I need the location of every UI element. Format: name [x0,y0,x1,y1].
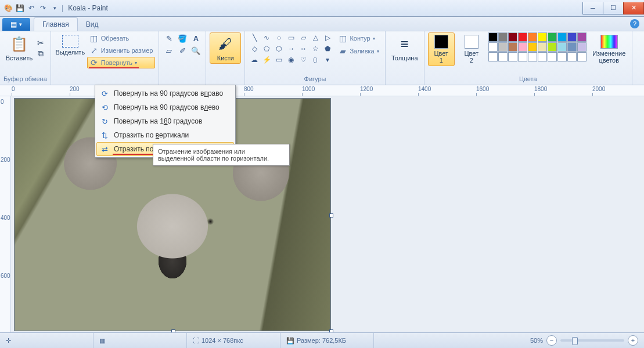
select-button[interactable]: Выделить [55,32,86,58]
item-label: Отразить по вертикали [114,131,189,139]
custom-color-slot[interactable] [518,52,527,61]
picker-tool[interactable]: ✐ [176,45,189,56]
item-label: Повернуть на 180 градусов [114,117,202,125]
custom-color-slot[interactable] [557,52,567,61]
status-filesize: 💾Размер: 762,5КБ [280,333,374,348]
pencil-tool[interactable]: ✎ [163,32,175,44]
paste-button[interactable]: 📋 Вставить [3,32,35,64]
flip-vertical-item[interactable]: ⇅ Отразить по вертикали [96,128,234,142]
edit-colors-button[interactable]: Изменение цветов [590,32,628,66]
ruler-vertical: 0200400600 [0,96,11,333]
custom-color-slot[interactable] [548,52,557,61]
file-menu-icon: ▤ [10,20,17,28]
custom-color-slot[interactable] [567,52,577,61]
palette-color[interactable] [577,32,587,42]
palette-icon [600,35,618,49]
status-selection: ▦ [93,333,187,348]
rotate-button[interactable]: ⟳ Повернуть ▾ [87,57,156,68]
rotate-90-left-item[interactable]: ⟲ Повернуть на 90 градусов влево [96,100,234,114]
custom-color-slot[interactable] [538,52,547,61]
palette-color[interactable] [567,32,577,42]
group-shapes: ╲∿○▭▱△▷ ◇⬠⬡→↔☆⬟ ☁⚡▭◉♡⬯▾ ◫ Контур▾ ▰ Зали… [245,31,385,85]
text-tool[interactable]: A [189,32,202,44]
tooltip-line: Отражение изображения или [158,148,285,155]
group-size: ≡ Толщина [386,31,424,85]
close-button[interactable]: ✕ [623,2,644,14]
custom-color-slot[interactable] [498,52,508,61]
fill-label: Заливка [350,48,374,55]
palette-color[interactable] [538,42,547,52]
tab-view[interactable]: Вид [78,18,107,31]
custom-color-slot[interactable] [508,52,517,61]
palette-color[interactable] [557,42,567,52]
palette-color[interactable] [548,32,557,42]
custom-color-slot[interactable] [528,52,537,61]
palette-color[interactable] [528,42,537,52]
resize-icon: ⤢ [89,46,99,55]
zoom-slider[interactable] [560,339,624,342]
clipboard-icon: 📋 [10,35,28,53]
group-colors-label: Цвета [428,75,628,84]
size-button[interactable]: ≡ Толщина [389,32,420,64]
group-tools-label [163,82,202,84]
color-palette [488,32,587,61]
redo-icon[interactable]: ↷ [38,3,48,13]
crop-icon: ◫ [89,34,99,43]
zoom-in-button[interactable]: + [628,335,638,346]
help-icon[interactable]: ? [630,19,639,28]
ribbon: 📋 Вставить ✂ ⧉ Буфер обмена Выделить ◫ О… [0,31,644,85]
palette-color[interactable] [488,32,498,42]
palette-color[interactable] [557,32,567,42]
eraser-tool[interactable]: ▱ [163,45,175,56]
cut-icon[interactable]: ✂ [36,38,45,48]
magnifier-tool[interactable]: 🔍 [189,45,202,56]
palette-color[interactable] [567,42,577,52]
dimensions-icon: ⛶ [193,337,199,344]
palette-color[interactable] [488,42,498,52]
size-icon: ≡ [395,35,414,53]
crop-button[interactable]: ◫ Обрезать [87,32,156,44]
shapes-gallery[interactable]: ╲∿○▭▱△▷ ◇⬠⬡→↔☆⬟ ☁⚡▭◉♡⬯▾ [249,32,333,65]
quick-access-toolbar: 🎨 💾 ↶ ↷ ▾ | [0,3,63,13]
palette-color[interactable] [508,32,517,42]
rotate-90-right-item[interactable]: ⟳ Повернуть на 90 градусов вправо [96,86,234,100]
palette-color[interactable] [548,42,557,52]
tooltip: Отражение изображения или выделенной обл… [153,144,290,166]
color2-button[interactable]: Цвет 2 [458,32,485,66]
qat-dropdown-icon[interactable]: ▾ [50,3,59,13]
paint-logo-icon: 🎨 [3,3,13,13]
rotate-180-item[interactable]: ↻ Повернуть на 180 градусов [96,114,234,128]
rotate-label: Повернуть [101,59,132,66]
resize-handle[interactable] [329,213,333,217]
color1-button[interactable]: Цвет 1 [428,32,455,66]
palette-color[interactable] [518,32,527,42]
fill-tool[interactable]: 🪣 [176,32,189,44]
zoom-thumb[interactable] [572,337,578,345]
disk-icon: 💾 [286,337,294,345]
save-icon[interactable]: 💾 [15,3,24,13]
file-menu-button[interactable]: ▤ ▾ [2,18,30,31]
palette-color[interactable] [518,42,527,52]
custom-color-slot[interactable] [577,52,587,61]
brushes-button[interactable]: 🖌 Кисти [210,32,241,64]
tab-home[interactable]: Главная [34,17,78,31]
fill-button[interactable]: ▰ Заливка▾ [336,45,381,57]
fill-icon: ▰ [338,46,347,56]
palette-color[interactable] [577,42,587,52]
group-clipboard: 📋 Вставить ✂ ⧉ Буфер обмена [0,31,51,85]
palette-color[interactable] [528,32,537,42]
rotate-180-icon: ↻ [100,117,109,126]
palette-color[interactable] [498,32,508,42]
resize-button[interactable]: ⤢ Изменить размер [87,45,156,56]
maximize-button[interactable]: ☐ [603,2,624,14]
palette-color[interactable] [498,42,508,52]
palette-color[interactable] [538,32,547,42]
copy-icon[interactable]: ⧉ [36,49,45,58]
palette-color[interactable] [508,42,517,52]
rotate-icon: ⟳ [89,58,99,67]
outline-button[interactable]: ◫ Контур▾ [336,32,381,44]
undo-icon[interactable]: ↶ [27,3,36,13]
custom-color-slot[interactable] [488,52,498,61]
minimize-button[interactable]: ─ [582,2,603,14]
zoom-out-button[interactable]: − [546,335,557,346]
